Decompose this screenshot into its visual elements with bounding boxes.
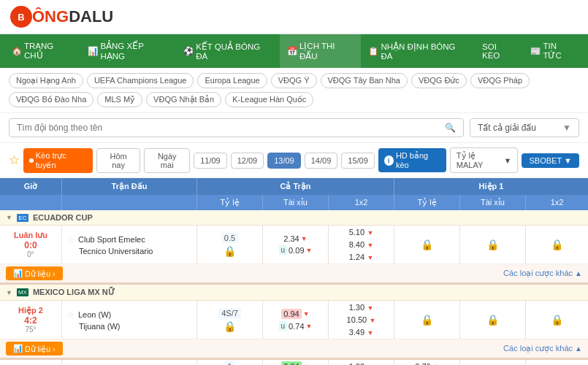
x2-dir2: ▼ bbox=[367, 242, 373, 249]
odds-taixu1: 2.34 ▼ u 0.09 ▼ bbox=[263, 226, 329, 264]
th-sub-taixu1: Tài xỉu bbox=[263, 195, 329, 210]
results-icon: ⚽ bbox=[183, 46, 194, 56]
nav-item-results[interactable]: ⚽ KẾT QUẢ BÓNG ĐÁ bbox=[176, 35, 280, 67]
search-input-wrapper[interactable]: 🔍 bbox=[9, 118, 464, 137]
chevron-up-icon-mx: ▲ bbox=[575, 345, 582, 353]
league-section-ht: HT 1:0 ☆ Monterrey (W) Cruz Azul (W) 1 bbox=[0, 360, 588, 365]
team2-name-mx[interactable]: Tijuana (W) bbox=[79, 322, 120, 331]
chevron-up-icon: ▲ bbox=[575, 269, 582, 277]
info-icon: i bbox=[384, 155, 394, 166]
time-cell: Luân lưu 0:0 0° bbox=[0, 226, 62, 264]
tag-serie-a[interactable]: VĐQG Ý bbox=[271, 73, 317, 88]
league-header-ecuador[interactable]: ▼ EC ECUADOR CUP bbox=[0, 210, 588, 226]
league-header-mexico[interactable]: ▼ MX MEXICO LIGA MX NỮ bbox=[0, 285, 588, 301]
schedule-icon: 📅 bbox=[287, 46, 297, 56]
team1-star-ht[interactable]: ☆ bbox=[66, 362, 75, 365]
time-cell-mx: Hiệp 2 4:2 75° bbox=[0, 301, 62, 339]
tag-jleague[interactable]: VĐQG Nhật Bản bbox=[146, 92, 221, 107]
taixu-dir1-mx: ▼ bbox=[303, 310, 310, 318]
data-icon: 📊 bbox=[13, 269, 23, 278]
date-12-09[interactable]: 12/09 bbox=[231, 153, 264, 169]
ratio-dropdown[interactable]: Tỷ lệ MALAY ▼ bbox=[450, 147, 519, 173]
logo-sub: DALU bbox=[69, 9, 113, 25]
today-btn[interactable]: Hôm nay bbox=[96, 148, 140, 173]
tag-bundesliga[interactable]: VĐQG Đức bbox=[411, 73, 467, 88]
nav-item-ranking[interactable]: 📊 BẢNG XẾP HẠNG bbox=[80, 34, 176, 68]
actions-row-ecuador: 📊 Dữ liệu › Các loại cược khác ▲ bbox=[0, 264, 588, 283]
nav-item-predict[interactable]: 📋 NHẬN ĐỊNH BÓNG ĐÁ bbox=[361, 35, 475, 67]
matches-content: ▼ EC ECUADOR CUP Luân lưu 0:0 0° ☆ Club … bbox=[0, 210, 588, 365]
x2-val2-mx: 10.50 bbox=[347, 315, 367, 324]
lock-icon-mx: 🔒 bbox=[224, 320, 236, 332]
th-sub-tyle1: Tỷ lệ bbox=[197, 195, 263, 210]
lock-icon-h2-mx: 🔒 bbox=[486, 314, 499, 326]
match-degree: 0° bbox=[27, 250, 34, 258]
date-11-09[interactable]: 11/09 bbox=[194, 153, 227, 169]
mexico-flag-icon: MX bbox=[17, 288, 28, 296]
match-status-mx: Hiệp 2 bbox=[18, 306, 43, 315]
search-input[interactable] bbox=[17, 123, 445, 133]
taixu-val1-ht: 0.84 bbox=[281, 361, 301, 365]
ratio-chevron-icon: ▼ bbox=[504, 156, 512, 165]
tag-ligue1[interactable]: VĐQG Pháp bbox=[470, 73, 530, 88]
hiep1-taixu-mx: 🔒 bbox=[460, 301, 526, 339]
match-score-mx: 4:2 bbox=[24, 315, 37, 326]
data-label-mx: Dữ liệu bbox=[25, 345, 50, 353]
odds-taixu1-mx: 0.94 ▼ u 0.74 ▼ bbox=[263, 301, 329, 339]
nav-item-home[interactable]: 🏠 TRANG CHỦ bbox=[4, 35, 80, 67]
arrow-right-icon: › bbox=[53, 269, 56, 278]
header: B ÔNG DALU bbox=[0, 0, 588, 34]
home-icon: 🏠 bbox=[12, 46, 22, 56]
tag-premier[interactable]: Ngoại Hạng Anh bbox=[9, 73, 83, 88]
team2-name[interactable]: Tecnico Universitario bbox=[79, 247, 153, 256]
logo[interactable]: B ÔNG DALU bbox=[10, 6, 113, 28]
more-bets-ecuador[interactable]: Các loại cược khác ▲ bbox=[503, 269, 582, 278]
nav-item-schedule[interactable]: 📅 LỊCH THI ĐẤU bbox=[280, 34, 362, 68]
all-leagues-dropdown[interactable]: Tất cả giải đấu ▼ bbox=[470, 118, 579, 137]
favorite-star-icon[interactable]: ☆ bbox=[9, 153, 20, 168]
date-15-09[interactable]: 15/09 bbox=[341, 153, 375, 169]
team-cell-mx: ☆ Leon (W) Tijuana (W) bbox=[62, 301, 197, 339]
collapse-icon-mexico: ▼ bbox=[6, 289, 12, 296]
more-bets-label-mx: Các loại cược khác bbox=[503, 344, 573, 353]
predict-icon: 📋 bbox=[368, 46, 378, 56]
nav-item-odds[interactable]: SOI KÈO bbox=[475, 36, 523, 66]
data-button-mexico[interactable]: 📊 Dữ liệu › bbox=[6, 342, 63, 356]
ecuador-flag-icon: EC bbox=[17, 214, 28, 222]
more-bets-mexico[interactable]: Các loại cược khác ▲ bbox=[503, 344, 582, 353]
search-icon: 🔍 bbox=[445, 123, 456, 133]
time-cell-ht: HT 1:0 bbox=[0, 360, 62, 365]
date-14-09[interactable]: 14/09 bbox=[305, 153, 338, 169]
x2-dir3: ▼ bbox=[367, 254, 373, 261]
tag-mls[interactable]: MLS Mỹ bbox=[97, 92, 142, 107]
hiep1-taixu: 🔒 bbox=[460, 226, 526, 264]
league-filters: Ngoại Hạng Anh UEFA Champions League Eur… bbox=[0, 68, 588, 113]
tag-kleague[interactable]: K-League Hàn Quốc bbox=[225, 92, 313, 107]
team1-star[interactable]: ☆ bbox=[66, 234, 75, 245]
tag-portugal[interactable]: VĐQG Bồ Đào Nha bbox=[9, 92, 93, 107]
lock-icon-h2: 🔒 bbox=[486, 239, 499, 250]
date-13-09[interactable]: 13/09 bbox=[267, 153, 301, 169]
tag-laliga[interactable]: VĐQG Tây Ban Nha bbox=[321, 73, 408, 88]
x2-dir2-mx: ▼ bbox=[369, 317, 375, 324]
tomorrow-btn[interactable]: Ngày mai bbox=[144, 148, 190, 173]
team1-name[interactable]: Club Sport Emelec bbox=[78, 235, 145, 244]
data-button-ecuador[interactable]: 📊 Dữ liệu › bbox=[6, 266, 63, 280]
handicap-val1-ht: 1 bbox=[224, 361, 234, 365]
th-sub-time bbox=[0, 195, 62, 210]
th-sub-1x2-1: 1x2 bbox=[329, 195, 394, 210]
sbobet-button[interactable]: SBOBET ▼ bbox=[522, 153, 579, 168]
x2-val3: 1.24 bbox=[349, 253, 364, 261]
nav-item-news[interactable]: 📰 TIN TỨC bbox=[523, 35, 584, 67]
hd-button[interactable]: i HD bảng kèo bbox=[378, 148, 446, 172]
search-bar: 🔍 Tất cả giải đấu ▼ bbox=[0, 113, 588, 143]
tag-europa[interactable]: Europa League bbox=[197, 73, 267, 88]
live-button[interactable]: Kèo trực tuyến bbox=[23, 148, 93, 173]
th-sub-taixu2: Tài xỉu bbox=[460, 195, 526, 210]
taixu-val1: 2.34 bbox=[283, 234, 299, 243]
handicap-val: 0.5 bbox=[221, 233, 238, 243]
team1-star-mx[interactable]: ☆ bbox=[66, 310, 75, 320]
chevron-down-icon: ▼ bbox=[562, 123, 571, 133]
team1-name-mx[interactable]: Leon (W) bbox=[78, 310, 111, 319]
tag-ucl[interactable]: UEFA Champions League bbox=[87, 73, 194, 88]
